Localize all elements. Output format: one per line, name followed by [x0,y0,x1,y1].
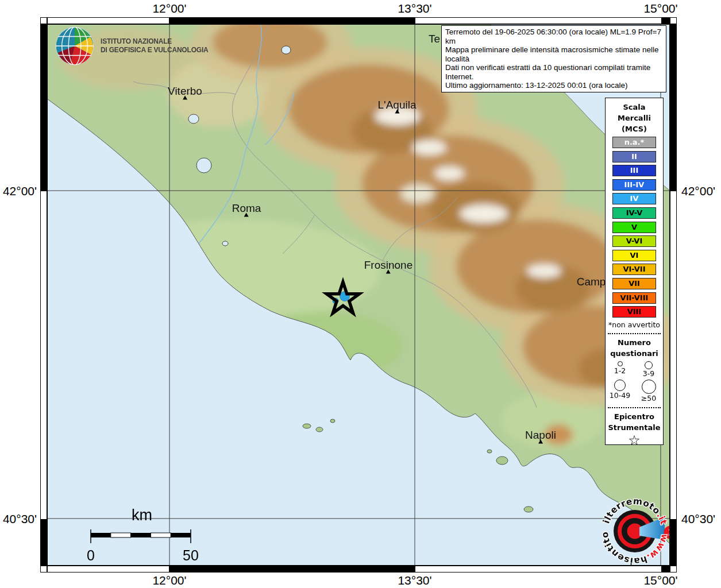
intensity-chip-viii: VIII [612,306,656,318]
questionnaire-count-label: 10-49 [610,391,630,400]
intensity-chip-n-a-: n.a.* [612,137,656,148]
frame-corner [670,566,677,572]
frame-corner [40,17,47,24]
intensity-chip-vi-vii: VI-VII [612,264,656,275]
questionnaire-count-circle-icon [645,361,653,369]
questionnaire-size-grid: 1-23-910-49≥50 [606,361,663,403]
questionnaire-count-circle-icon [642,380,656,394]
frame-corner [670,17,677,24]
epicenter-title-line: Epicentro [606,411,663,422]
scale-bar-start: 0 [87,547,95,563]
ingv-name-line1: ISTITUTO NAZIONALE [101,37,209,46]
intensity-chip-vii: VII [612,278,656,289]
intensity-chip-vi: VI [612,250,656,261]
frame-segment [670,191,676,519]
legend-panel: Scala Mercalli (MCS) n.a.*IIIIIIII-IVIVI… [605,98,664,445]
questionnaire-title-line: questionari [606,348,663,359]
axis-label-top-15: 15°00' [643,2,677,16]
questionnaire-title-line: Numero [606,337,663,348]
scale-bar-end: 50 [183,547,199,563]
event-info-box: Terremoto del 19-06-2025 06:30:00 (ora l… [441,25,666,92]
intensity-chip-vii-viii: VII-VIII [612,292,656,304]
legend-title-line: Mercalli [606,113,663,123]
event-info-line4: Ultimo aggiornamento: 13-12-2025 00:01 (… [445,81,662,90]
frame-segment [41,25,47,191]
intensity-chip-iv: IV [612,193,656,204]
event-info-line1: Terremoto del 19-06-2025 06:30:00 (ora l… [445,28,662,45]
frame-segment [48,566,169,572]
ingv-globe-icon [55,26,95,66]
frame-segment [661,18,669,24]
intensity-chip-iii-iv: III-IV [612,179,656,191]
questionnaire-class: 10-49 [606,380,634,403]
epicenter-title-line: Strumentale [606,422,663,433]
axis-label-bottom-12: 12°00' [152,574,186,587]
axis-label-left-4030: 40°30' [0,512,37,526]
axis-label-right-4030: 40°30' [681,512,715,526]
questionnaire-count-label: 1-2 [614,366,626,376]
ingv-branding: ISTITUTO NAZIONALE DI GEOFISICA E VULCAN… [55,26,209,66]
intensity-chip-iii: III [612,165,656,176]
axis-label-top-1330: 13°30' [398,2,431,16]
frame-segment [415,566,661,572]
frame-segment [670,25,676,191]
frame-segment [48,18,169,24]
intensity-chip-ii: II [612,151,656,163]
questionnaire-count-label: ≥50 [641,394,656,403]
frame-left [40,24,47,566]
frame-segment [169,18,415,24]
event-info-line2: Mappa preliminare delle intensità macros… [445,45,662,63]
legend-title-line: (MCS) [606,123,663,134]
map-canvas: km 0 50 ? ilterremoto.itwww.haise [47,24,670,566]
frame-segment [41,191,47,519]
epicenter-star-legend-icon: ☆ [606,433,663,445]
intensity-chip-v: V [612,222,656,233]
shakemap-page: 12°00' 13°30' 15°00' 12°00' 13°30' 15°00… [0,0,721,588]
questionnaire-count-label: 3-9 [643,369,654,378]
axis-label-top-12: 12°00' [152,2,186,16]
frame-segment [41,519,47,565]
legend-footnote: *non avvertito [606,320,663,329]
intensity-chip-iv-v: IV-V [612,207,656,219]
ingv-name: ISTITUTO NAZIONALE DI GEOFISICA E VULCAN… [101,37,209,55]
axis-label-bottom-15: 15°00' [643,574,677,587]
scale-bar-unit: km [132,506,152,524]
ingv-name-line2: DI GEOFISICA E VULCANOLOGIA [101,46,209,55]
frame-right [670,24,677,566]
frame-segment [169,566,415,572]
intensity-chip-v-vi: V-VI [612,235,656,247]
legend-divider [608,333,661,334]
frame-segment [670,519,676,565]
intensity-scale-list: n.a.*IIIIIIII-IVIVIV-VVV-VIVIVI-VIIVIIVI… [606,137,663,318]
questionnaire-class: ≥50 [634,380,663,403]
axis-label-right-42: 42°00' [681,184,715,198]
legend-title-line: Scala [606,102,663,113]
frame-corner [40,566,47,572]
frame-top [47,17,670,24]
questionnaire-count-circle-icon [614,380,626,391]
questionnaire-class: 1-2 [606,361,634,378]
legend-divider [608,407,661,408]
axis-label-left-42: 42°00' [0,184,37,198]
questionnaire-count-circle-icon [618,361,623,366]
event-info-line3: Dati non verificati estratti da 10 quest… [445,63,662,81]
questionnaire-class: 3-9 [634,361,663,378]
axis-label-bottom-1330: 13°30' [398,574,431,587]
frame-segment [661,566,669,572]
frame-segment [415,18,661,24]
frame-bottom [47,566,670,572]
